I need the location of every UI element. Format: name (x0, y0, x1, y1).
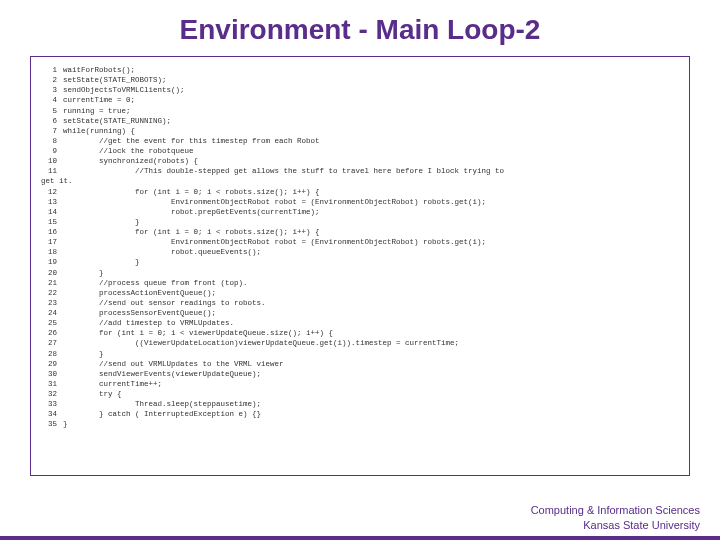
code-line: while(running) { (63, 127, 135, 135)
code-line: waitForRobots(); (63, 66, 135, 74)
code-line: get it. (41, 177, 73, 185)
code-line: EnvironmentObjectRobot robot = (Environm… (63, 238, 486, 246)
code-line: processSensorEventQueue(); (63, 309, 216, 317)
slide-title: Environment - Main Loop-2 (0, 0, 720, 56)
code-line: //add timestep to VRMLUpdates. (63, 319, 234, 327)
code-line: for (int i = 0; i < robots.size(); i++) … (63, 228, 320, 236)
code-line: running = true; (63, 107, 131, 115)
code-line: //process queue from front (top). (63, 279, 248, 287)
code-line: ((ViewerUpdateLocation)viewerUpdateQueue… (63, 339, 459, 347)
code-line: currentTime++; (63, 380, 162, 388)
code-line: } (63, 420, 68, 428)
code-line: robot.queueEvents(); (63, 248, 261, 256)
code-line: EnvironmentObjectRobot robot = (Environm… (63, 198, 486, 206)
footer-bar (0, 536, 720, 540)
code-line: setState(STATE_RUNNING); (63, 117, 171, 125)
code-line: sendObjectsToVRMLClients(); (63, 86, 185, 94)
footer-line1: Computing & Information Sciences (531, 503, 700, 517)
code-line: } catch ( InterruptedException e) {} (63, 410, 261, 418)
code-line: } (63, 258, 140, 266)
code-line: } (63, 218, 140, 226)
code-line: //send out sensor readings to robots. (63, 299, 266, 307)
code-line: robot.prepGetEvents(currentTime); (63, 208, 320, 216)
code-line: setState(STATE_ROBOTS); (63, 76, 167, 84)
code-line: sendViewerEvents(viewerUpdateQueue); (63, 370, 261, 378)
code-line: try { (63, 390, 122, 398)
code-line: Thread.sleep(steppausetime); (63, 400, 261, 408)
code-line: synchronized(robots) { (63, 157, 198, 165)
code-line: for (int i = 0; i < viewerUpdateQueue.si… (63, 329, 333, 337)
code-line: } (63, 269, 104, 277)
code-line: //send out VRMLUpdates to the VRML viewe… (63, 360, 284, 368)
slide: Environment - Main Loop-2 1waitForRobots… (0, 0, 720, 540)
footer: Computing & Information Sciences Kansas … (531, 503, 700, 532)
code-line: for (int i = 0; i < robots.size(); i++) … (63, 188, 320, 196)
code-listing: 1waitForRobots(); 2setState(STATE_ROBOTS… (30, 56, 690, 476)
code-line: processActionEventQueue(); (63, 289, 216, 297)
footer-line2: Kansas State University (531, 518, 700, 532)
code-line: } (63, 350, 104, 358)
code-line: currentTime = 0; (63, 96, 135, 104)
code-line: //This double-stepped get allows the stu… (63, 167, 504, 175)
code-line: //lock the robotqueue (63, 147, 194, 155)
code-line: //get the event for this timestep from e… (63, 137, 320, 145)
